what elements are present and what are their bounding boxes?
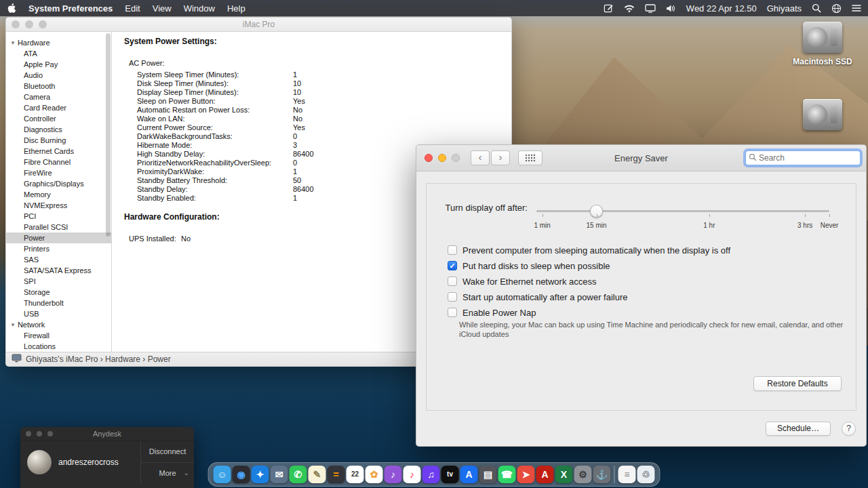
zoom-button[interactable]	[47, 431, 53, 436]
menu-view[interactable]: View	[153, 3, 172, 14]
dock-maps-icon[interactable]: ➤	[517, 466, 535, 483]
checkbox[interactable]	[448, 292, 457, 302]
menubar-clock[interactable]: Wed 22 Apr 12.50	[686, 3, 757, 14]
back-button[interactable]: ‹	[471, 150, 490, 165]
dock-calculator-icon[interactable]: =	[328, 466, 345, 483]
sidebar-scrollbar[interactable]	[106, 33, 111, 331]
sidebar-item-sas[interactable]: SAS	[6, 254, 111, 265]
apple-menu-icon[interactable]	[7, 3, 16, 14]
sidebar-item-fibre-channel[interactable]: Fibre Channel	[6, 157, 111, 167]
help-button[interactable]: ?	[842, 422, 856, 436]
forward-button[interactable]: ›	[491, 150, 510, 165]
close-button[interactable]	[26, 431, 31, 436]
dock-siri-icon[interactable]: ◉	[233, 466, 250, 483]
menu-help[interactable]: Help	[227, 3, 245, 14]
sidebar-item-bluetooth[interactable]: Bluetooth	[6, 81, 111, 92]
sidebar-item-graphics-displays[interactable]: Graphics/Displays	[6, 178, 111, 189]
search-field[interactable]	[745, 150, 861, 165]
sidebar-item-audio[interactable]: Audio	[6, 70, 111, 81]
dock-excel-icon[interactable]: X	[555, 466, 573, 483]
sidebar-item-memory[interactable]: Memory	[6, 189, 111, 200]
minimize-button[interactable]	[25, 20, 33, 28]
restore-defaults-button[interactable]: Restore Defaults	[753, 376, 842, 391]
sidebar-item-diagnostics[interactable]: Diagnostics	[6, 124, 111, 135]
checkbox[interactable]	[448, 277, 457, 286]
slider-track[interactable]	[536, 210, 829, 212]
display-mirroring-icon[interactable]	[645, 4, 656, 13]
menu-edit[interactable]: Edit	[125, 3, 140, 14]
dock-safari-icon[interactable]: ✦	[252, 466, 269, 483]
desktop-volume-2[interactable]	[793, 99, 852, 130]
sidebar-item-ata[interactable]: ATA	[6, 48, 111, 59]
spotlight-search-icon[interactable]	[812, 3, 821, 13]
sidebar-item-spi[interactable]: SPI	[6, 276, 111, 287]
globe-icon[interactable]	[831, 3, 842, 14]
zoom-button[interactable]	[452, 154, 460, 162]
minimize-button[interactable]	[438, 154, 446, 162]
dock-app-store-icon[interactable]: A	[460, 466, 478, 483]
hard-drive-icon[interactable]	[803, 99, 842, 130]
checkbox[interactable]	[448, 308, 457, 317]
dock-facetime-icon[interactable]: ✆	[290, 466, 307, 483]
sidebar-item-storage[interactable]: Storage	[6, 287, 111, 298]
dock-calendar-icon[interactable]: 22	[347, 466, 364, 483]
desktop-volume-macintosh-ssd[interactable]: Macintosh SSD	[793, 22, 852, 66]
dock-music-icon[interactable]: ♪	[403, 466, 421, 483]
sidebar-section-hardware[interactable]: ▼Hardware	[6, 37, 111, 48]
sidebar-item-card-reader[interactable]: Card Reader	[6, 102, 111, 113]
dock-acrobat-icon[interactable]: A	[536, 466, 554, 483]
dock-system-preferences-icon[interactable]: ⚙	[574, 466, 592, 483]
dock-textedit-icon[interactable]: ≡	[618, 466, 636, 483]
sidebar-item-power[interactable]: Power	[6, 232, 111, 243]
dock-finder-icon[interactable]: ☺	[214, 466, 231, 483]
sidebar-item-locations[interactable]: Locations	[6, 341, 111, 352]
dock-podcasts-icon[interactable]: ♫	[422, 466, 440, 483]
wifi-icon[interactable]	[624, 4, 635, 13]
sidebar-item-pci[interactable]: PCI	[6, 211, 111, 222]
sidebar-item-printers[interactable]: Printers	[6, 243, 111, 254]
show-all-button[interactable]	[518, 150, 542, 165]
dock-anchor-icon[interactable]: ⚓	[593, 466, 611, 483]
sidebar-item-controller[interactable]: Controller	[6, 113, 111, 124]
sidebar-item-thunderbolt[interactable]: Thunderbolt	[6, 298, 111, 308]
disconnect-button[interactable]: Disconnect	[141, 441, 194, 462]
menu-window[interactable]: Window	[184, 3, 215, 14]
sidebar-item-usb[interactable]: USB	[6, 308, 111, 319]
sidebar-section-network[interactable]: ▼Network	[6, 319, 111, 330]
dock-mail-icon[interactable]: ✉	[271, 466, 288, 483]
checkbox[interactable]: ✓	[448, 261, 457, 270]
notification-center-icon[interactable]	[852, 4, 861, 12]
sidebar-item-parallel-scsi[interactable]: Parallel SCSI	[6, 222, 111, 232]
sidebar-item-firewall[interactable]: Firewall	[6, 330, 111, 341]
minimize-button[interactable]	[37, 431, 42, 436]
sidebar-item-firewire[interactable]: FireWire	[6, 167, 111, 178]
sidebar-item-disc-burning[interactable]: Disc Burning	[6, 135, 111, 146]
search-input[interactable]	[757, 153, 857, 163]
volume-icon[interactable]	[666, 4, 676, 13]
sidebar-item-nvmexpress[interactable]: NVMExpress	[6, 200, 111, 211]
checkbox[interactable]	[448, 245, 457, 255]
dock-photos-icon[interactable]: ✿	[366, 466, 383, 483]
active-app-menu[interactable]: System Preferences	[28, 3, 113, 14]
dock-notes-icon[interactable]: ✎	[309, 466, 326, 483]
disclosure-triangle-icon[interactable]: ▼	[10, 40, 16, 46]
hard-drive-icon[interactable]	[803, 22, 842, 53]
system-information-titlebar[interactable]: iMac Pro	[6, 18, 511, 32]
zoom-button[interactable]	[39, 20, 47, 28]
sidebar-item-apple-pay[interactable]: Apple Pay	[6, 59, 111, 70]
dock-itunes-icon[interactable]: ♪	[384, 466, 402, 483]
energy-saver-titlebar[interactable]: Energy Saver ‹ ›	[416, 145, 866, 171]
dock-books-icon[interactable]: ▤	[479, 466, 497, 483]
dock-whatsapp-icon[interactable]: ☎	[498, 466, 516, 483]
close-button[interactable]	[12, 20, 20, 28]
disclosure-triangle-icon[interactable]: ▼	[10, 322, 16, 328]
close-button[interactable]	[425, 154, 433, 162]
anydesk-titlebar[interactable]: Anydesk	[20, 427, 194, 441]
sidebar-item-ethernet-cards[interactable]: Ethernet Cards	[6, 146, 111, 157]
schedule-button[interactable]: Schedule…	[766, 422, 831, 436]
display-off-slider[interactable]: 1 min15 min1 hr3 hrsNever	[536, 205, 829, 232]
sidebar-item-camera[interactable]: Camera	[6, 92, 111, 102]
more-button[interactable]: More ⌄	[141, 462, 194, 484]
sidebar-item-sata-sata-express[interactable]: SATA/SATA Express	[6, 265, 111, 276]
dock-trash-icon[interactable]: ♲	[637, 466, 655, 483]
